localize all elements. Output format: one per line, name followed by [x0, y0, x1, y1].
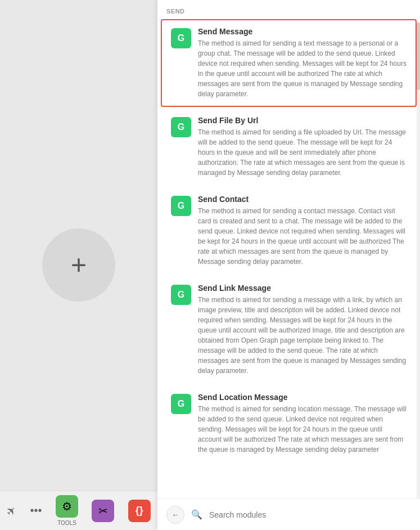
left-area: +: [0, 0, 157, 530]
code-icon: {}: [136, 505, 143, 516]
item-icon: G: [171, 394, 191, 414]
item-icon: G: [171, 196, 191, 216]
item-content: Send Message The method is aimed for sen…: [198, 27, 407, 99]
item-title: Send Message: [198, 27, 407, 36]
list-item[interactable]: G Send Location Message The method is ai…: [161, 385, 417, 462]
item-icon: G: [171, 117, 191, 137]
items-list: G Send Message The method is aimed for s…: [157, 18, 420, 530]
item-content: Send File By Url The method is aimed for…: [198, 116, 407, 178]
item-icon: G: [171, 285, 191, 305]
scrollbar-thumb: [417, 23, 420, 90]
scrollbar-track[interactable]: [417, 23, 420, 518]
section-header: SEND: [157, 0, 420, 18]
item-icon-letter: G: [178, 33, 184, 43]
item-icon-letter: G: [178, 201, 184, 211]
plane-icon[interactable]: ✈: [0, 496, 26, 525]
search-icon: 🔍: [191, 509, 202, 520]
item-desc: The method is aimed for sending a text m…: [198, 38, 407, 99]
plus-icon: +: [71, 251, 87, 279]
item-content: Send Link Message The method is aimed fo…: [198, 284, 407, 376]
tools-icon-box: ✂: [92, 500, 114, 522]
back-button[interactable]: ←: [166, 506, 184, 524]
item-desc: The method is aimed for sending a contac…: [198, 206, 407, 267]
item-title: Send Location Message: [198, 393, 407, 402]
bracket-icon-box: {}: [128, 500, 151, 522]
settings-tool-button[interactable]: ⚙ TOOLS: [51, 493, 83, 528]
bottom-toolbar: ✈ ••• ⚙ TOOLS ✂ {}: [0, 491, 157, 530]
more-options-button[interactable]: •••: [26, 500, 47, 522]
tools-tool-button[interactable]: ✂: [87, 497, 119, 524]
add-button[interactable]: +: [42, 228, 115, 302]
wrench-icon: ✂: [98, 504, 108, 518]
item-content: Send Location Message The method is aime…: [198, 393, 407, 455]
item-desc: The method is aimed for sending a file u…: [198, 127, 407, 178]
item-content: Send Contact The method is aimed for sen…: [198, 195, 407, 267]
search-input[interactable]: [209, 510, 411, 519]
item-icon-letter: G: [178, 399, 184, 409]
item-title: Send File By Url: [198, 116, 407, 125]
item-title: Send Link Message: [198, 284, 407, 293]
item-desc: The method is aimed for sending location…: [198, 404, 407, 455]
gear-icon: ⚙: [62, 500, 72, 513]
item-title: Send Contact: [198, 195, 407, 204]
settings-icon-box: ⚙: [56, 495, 78, 518]
item-desc: The method is aimed for sending a messag…: [198, 295, 407, 376]
list-item[interactable]: G Send Link Message The method is aimed …: [161, 276, 417, 384]
item-icon-letter: G: [178, 290, 184, 300]
item-icon: G: [171, 28, 191, 48]
item-icon-letter: G: [178, 122, 184, 132]
panel-bottom: ← 🔍: [157, 498, 420, 530]
list-item[interactable]: G Send Message The method is aimed for s…: [161, 19, 417, 107]
right-panel: SEND G Send Message The method is aimed …: [157, 0, 420, 530]
tools-label: TOOLS: [57, 520, 76, 526]
bracket-tool-button[interactable]: {}: [124, 497, 155, 524]
list-item[interactable]: G Send File By Url The method is aimed f…: [161, 108, 417, 186]
list-item[interactable]: G Send Contact The method is aimed for s…: [161, 187, 417, 275]
